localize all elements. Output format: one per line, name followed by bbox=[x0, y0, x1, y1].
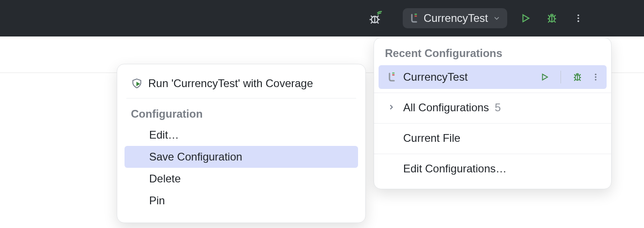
separator bbox=[374, 93, 611, 93]
junit-icon bbox=[386, 72, 397, 83]
svg-rect-1 bbox=[415, 14, 417, 15]
coverage-shield-icon bbox=[131, 78, 143, 89]
svg-point-12 bbox=[595, 79, 596, 80]
save-config-item[interactable]: Save Configuration bbox=[125, 146, 358, 168]
separator bbox=[374, 154, 611, 154]
all-configurations-item[interactable]: All Configurations 5 bbox=[379, 96, 607, 119]
pin-config-item[interactable]: Pin bbox=[125, 190, 358, 212]
bug-icon bbox=[545, 12, 558, 25]
item-label: Run 'CurrencyTest' with Coverage bbox=[148, 77, 313, 90]
svg-point-4 bbox=[577, 15, 579, 16]
item-label: Save Configuration bbox=[149, 150, 242, 163]
separator bbox=[374, 123, 611, 124]
configuration-section-header: Configuration bbox=[125, 102, 358, 124]
kebab-icon bbox=[591, 73, 600, 82]
run-button[interactable] bbox=[514, 7, 536, 29]
bug-icon bbox=[572, 72, 583, 83]
more-actions-button[interactable] bbox=[567, 7, 589, 29]
recent-config-item-selected[interactable]: CurrencyTest bbox=[379, 65, 607, 89]
debug-attach-button[interactable] bbox=[364, 7, 386, 29]
run-button[interactable] bbox=[540, 72, 550, 82]
item-label: Pin bbox=[149, 194, 165, 207]
svg-rect-2 bbox=[415, 16, 417, 17]
debug-button[interactable] bbox=[572, 72, 583, 83]
kebab-icon bbox=[573, 13, 583, 23]
current-file-item[interactable]: Current File bbox=[379, 126, 607, 150]
all-configurations-label: All Configurations 5 bbox=[403, 101, 501, 114]
config-item-label: CurrencyTest bbox=[403, 71, 467, 83]
bug-signal-icon bbox=[368, 10, 383, 26]
run-config-label: CurrencyTest bbox=[424, 12, 488, 25]
item-label: Edit… bbox=[149, 129, 179, 141]
delete-config-item[interactable]: Delete bbox=[125, 168, 358, 190]
more-button[interactable] bbox=[591, 73, 600, 82]
svg-rect-8 bbox=[392, 74, 395, 76]
chevron-down-icon bbox=[493, 14, 501, 22]
play-icon bbox=[519, 12, 531, 24]
play-icon bbox=[540, 72, 550, 82]
chevron-right-icon bbox=[387, 103, 395, 111]
svg-point-6 bbox=[577, 21, 579, 22]
run-config-selector[interactable]: CurrencyTest bbox=[403, 8, 507, 28]
item-label: Edit Configurations… bbox=[403, 162, 507, 175]
svg-rect-7 bbox=[392, 73, 395, 74]
main-toolbar: CurrencyTest bbox=[0, 0, 644, 36]
svg-point-5 bbox=[577, 17, 579, 19]
junit-icon bbox=[408, 13, 419, 24]
svg-point-10 bbox=[595, 74, 596, 75]
item-label: Current File bbox=[403, 132, 460, 145]
item-label: Delete bbox=[149, 172, 181, 185]
edit-config-item[interactable]: Edit… bbox=[125, 124, 358, 146]
separator bbox=[126, 98, 356, 98]
run-with-coverage-item[interactable]: Run 'CurrencyTest' with Coverage bbox=[125, 73, 358, 94]
divider bbox=[561, 71, 561, 83]
recent-configurations-header: Recent Configurations bbox=[374, 44, 611, 65]
edit-configurations-item[interactable]: Edit Configurations… bbox=[379, 157, 607, 181]
configuration-context-popup: Run 'CurrencyTest' with Coverage Configu… bbox=[117, 64, 366, 223]
svg-point-11 bbox=[595, 76, 596, 78]
recent-configurations-popup: Recent Configurations CurrencyTest bbox=[374, 37, 612, 189]
debug-button[interactable] bbox=[541, 7, 563, 29]
